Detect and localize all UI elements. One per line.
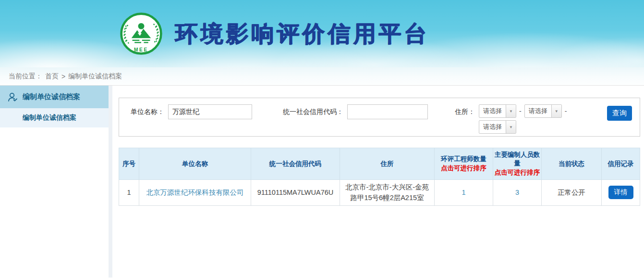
breadcrumb-separator: > [61, 73, 65, 80]
person-check-icon [7, 91, 18, 103]
cell-credit-code: 91110115MA7LWUA76U [251, 180, 340, 206]
cell-seq: 1 [119, 180, 139, 206]
sidebar-item-unit-credit-archive[interactable]: 编制单位诚信档案 [0, 86, 109, 108]
address-dash: - [565, 104, 567, 118]
table-header-row: 序号 单位名称 统一社会信用代码 住所 环评工程师数量 点击可进行排序 主要编制… [119, 148, 640, 180]
address-dash: - [519, 104, 522, 118]
site-header: MEE 环境影响评价信用平台 [0, 0, 644, 67]
cell-address: 北京市-北京市-大兴区-金苑路甲15号6幢2层A215室 [340, 180, 435, 206]
province-select[interactable]: 请选择 ▼ [479, 104, 516, 118]
col-engineer-count-title: 环评工程师数量 [436, 155, 492, 164]
unit-name-link[interactable]: 北京万源世纪环保科技有限公司 [146, 189, 244, 196]
page-title: 环境影响评价信用平台 [175, 19, 429, 49]
sort-hint: 点击可进行排序 [436, 164, 492, 173]
mee-logo-icon: MEE [119, 12, 163, 56]
unit-name-input[interactable] [168, 104, 252, 119]
col-unit-name: 单位名称 [139, 148, 251, 180]
sidebar-item-label: 编制单位诚信档案 [23, 92, 80, 101]
col-staff-count-sort[interactable]: 主要编制人员数量 点击可进行排序 [493, 148, 542, 180]
credit-code-label: 统一社会信用代码： [283, 104, 343, 119]
province-select-value: 请选择 [479, 105, 506, 117]
district-select[interactable]: 请选择 ▼ [479, 120, 516, 134]
breadcrumb: 当前位置： 首页 > 编制单位诚信档案 [0, 67, 644, 86]
logo-text: MEE [134, 47, 148, 52]
chevron-down-icon[interactable]: ▼ [506, 105, 516, 117]
cell-status: 正常公开 [542, 180, 602, 206]
sidebar: 编制单位诚信档案 编制单位诚信档案 [0, 86, 109, 278]
city-select-value: 请选择 [525, 105, 551, 117]
sidebar-subitem-label: 编制单位诚信档案 [23, 114, 76, 122]
chevron-down-icon[interactable]: ▼ [551, 105, 561, 117]
col-credit-record: 信用记录 [602, 148, 640, 180]
city-select[interactable]: 请选择 ▼ [524, 104, 562, 118]
staff-count-link[interactable]: 3 [515, 189, 519, 196]
breadcrumb-label: 当前位置： [9, 72, 42, 81]
col-address: 住所 [340, 148, 435, 180]
address-selects: 请选择 ▼ - 请选择 ▼ - 请选择 ▼ [479, 104, 570, 136]
col-credit-code: 统一社会信用代码 [251, 148, 340, 180]
unit-name-label: 单位名称： [131, 104, 164, 119]
district-select-value: 请选择 [479, 121, 506, 133]
credit-code-input[interactable] [347, 104, 428, 119]
breadcrumb-current: 编制单位诚信档案 [68, 72, 122, 81]
breadcrumb-home-link[interactable]: 首页 [45, 72, 59, 81]
sort-hint: 点击可进行排序 [494, 168, 540, 177]
table-row: 1 北京万源世纪环保科技有限公司 91110115MA7LWUA76U 北京市-… [119, 180, 640, 206]
chevron-down-icon[interactable]: ▼ [506, 121, 516, 133]
query-button[interactable]: 查询 [607, 106, 632, 121]
detail-button[interactable]: 详情 [608, 186, 633, 199]
sidebar-subitem-unit-credit-archive[interactable]: 编制单位诚信档案 [0, 108, 109, 127]
main-content: 单位名称： 统一社会信用代码： 住所： 请选择 ▼ - 请选择 ▼ - [112, 86, 644, 278]
search-panel: 单位名称： 统一社会信用代码： 住所： 请选择 ▼ - 请选择 ▼ - [119, 98, 640, 137]
engineer-count-link[interactable]: 1 [462, 189, 465, 196]
col-staff-count-title: 主要编制人员数量 [494, 151, 540, 168]
col-engineer-count-sort[interactable]: 环评工程师数量 点击可进行排序 [435, 148, 493, 180]
results-table: 序号 单位名称 统一社会信用代码 住所 环评工程师数量 点击可进行排序 主要编制… [119, 148, 640, 206]
address-label: 住所： [455, 104, 475, 119]
sidebar-main-divider [109, 86, 112, 278]
col-status: 当前状态 [542, 148, 602, 180]
col-seq: 序号 [119, 148, 139, 180]
